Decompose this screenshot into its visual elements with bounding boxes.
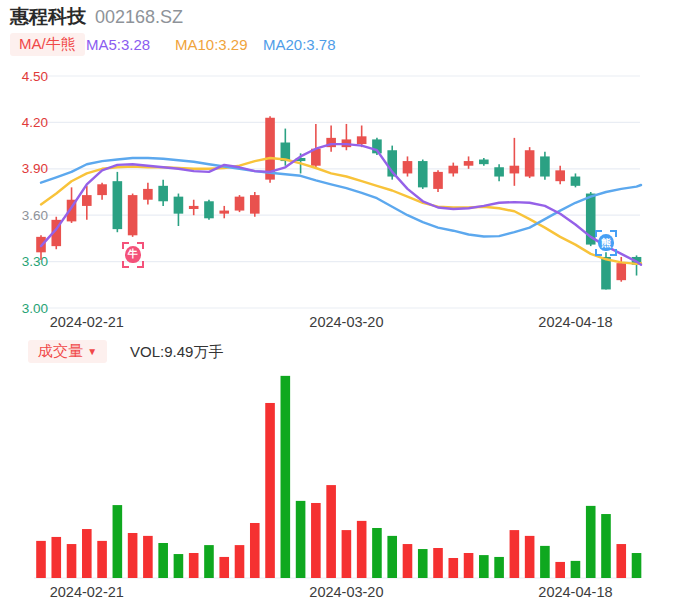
candle-body-down — [204, 201, 214, 218]
candle-body-up — [235, 197, 245, 211]
volume-bar-up — [555, 562, 565, 578]
candle-body-up — [433, 172, 443, 189]
candle-body-down — [174, 197, 184, 214]
candle-body-up — [97, 184, 107, 195]
candle-body-up — [82, 195, 92, 206]
volume-bar-down — [296, 501, 306, 578]
dropdown-arrow-icon: ▼ — [87, 346, 97, 357]
volume-bar-up — [128, 533, 138, 578]
candle-body-down — [494, 167, 504, 176]
candle-body-up — [555, 170, 565, 181]
candle-body-down — [113, 181, 123, 229]
volume-bar-up — [189, 553, 199, 578]
volume-type-label: 成交量 — [38, 342, 83, 359]
volume-bar-down — [601, 514, 611, 578]
marker-corner — [595, 249, 602, 256]
volume-bar-up — [250, 523, 260, 578]
volume-bar-down — [418, 549, 428, 578]
volume-date-label: 2024-02-21 — [50, 584, 124, 600]
volume-bar-up — [464, 553, 474, 578]
bull-marker-icon: 牛 — [125, 246, 141, 263]
volume-bar-up — [525, 536, 535, 578]
volume-bar-down — [540, 546, 550, 578]
volume-bar-up — [403, 544, 413, 578]
volume-legend: 成交量 ▼ — [28, 340, 107, 363]
candle-body-up — [250, 195, 260, 214]
volume-bar-down — [586, 506, 596, 578]
volume-bar-down — [494, 557, 504, 578]
volume-bar-down — [479, 555, 489, 578]
volume-bar-down — [632, 553, 642, 578]
volume-bar-down — [113, 505, 123, 578]
volume-bar-up — [235, 545, 245, 578]
volume-bar-up — [510, 530, 520, 578]
volume-bar-up — [82, 529, 92, 578]
volume-bar-up — [143, 536, 153, 578]
candle-body-down — [418, 161, 428, 187]
volume-date-label: 2024-04-18 — [538, 584, 612, 600]
y-axis-label: 4.20 — [22, 115, 48, 130]
price-date-label: 2024-03-20 — [309, 314, 383, 330]
stock-chart-page: 惠程科技002168.SZ MA/牛熊 MA5:3.28 MA10:3.29 M… — [0, 0, 686, 606]
candle-body-down — [158, 186, 168, 201]
candle-body-down — [571, 177, 581, 186]
volume-bar-up — [219, 557, 229, 578]
volume-bar-up — [311, 503, 321, 578]
volume-bar-down — [158, 543, 168, 578]
y-axis-label: 3.30 — [22, 254, 48, 269]
volume-bar-up — [51, 537, 61, 578]
volume-bar-down — [387, 536, 397, 578]
candle-body-up — [128, 195, 138, 235]
volume-type-dropdown[interactable]: 成交量 ▼ — [28, 340, 107, 363]
volume-bar-up — [448, 558, 458, 578]
volume-bar-up — [265, 403, 275, 578]
y-axis-label: 3.00 — [22, 301, 48, 316]
volume-bar-up — [36, 541, 46, 578]
marker-glyph: 牛 — [128, 249, 138, 259]
candle-body-up — [357, 136, 367, 144]
y-axis-label: 3.60 — [22, 208, 48, 223]
bear-marker[interactable]: 熊 — [595, 229, 617, 256]
volume-bar-up — [97, 541, 107, 578]
candle-body-up — [189, 206, 199, 209]
bear-marker-icon: 熊 — [598, 234, 614, 251]
candle-body-up — [616, 263, 626, 280]
price-date-label: 2024-02-21 — [50, 314, 124, 330]
candle-body-up — [525, 150, 535, 176]
volume-bar-down — [174, 554, 184, 578]
marker-corner — [122, 261, 129, 268]
volume-bar-down — [281, 376, 291, 578]
y-axis-label: 3.90 — [22, 161, 48, 176]
volume-value: VOL:9.49万手 — [130, 343, 223, 362]
candle-body-down — [479, 160, 489, 165]
volume-date-label: 2024-03-20 — [309, 584, 383, 600]
candle-body-up — [510, 166, 520, 174]
volume-bar-up — [433, 548, 443, 578]
volume-bar-down — [571, 561, 581, 578]
candle-body-up — [403, 161, 413, 173]
marker-corner — [610, 249, 617, 256]
candle-body-down — [540, 156, 550, 176]
candle-body-up — [464, 161, 474, 166]
candle-body-up — [143, 189, 153, 200]
y-axis-label: 4.50 — [22, 69, 48, 84]
bull-marker[interactable]: 牛 — [122, 241, 144, 268]
candlestick-volume-chart[interactable]: 4.504.203.903.603.303.002024-02-212024-0… — [0, 0, 686, 606]
volume-bar-down — [372, 528, 382, 578]
volume-bar-down — [204, 545, 214, 578]
candle-body-up — [219, 211, 229, 214]
price-date-label: 2024-04-18 — [538, 314, 612, 330]
volume-bar-up — [67, 544, 77, 578]
volume-bar-up — [342, 530, 352, 578]
volume-bar-up — [326, 485, 336, 578]
marker-glyph: 熊 — [601, 238, 611, 248]
marker-corner — [137, 261, 144, 268]
candle-body-up — [448, 166, 458, 174]
candle-body-down — [601, 257, 611, 289]
volume-bar-up — [616, 544, 626, 578]
volume-bar-up — [357, 521, 367, 578]
